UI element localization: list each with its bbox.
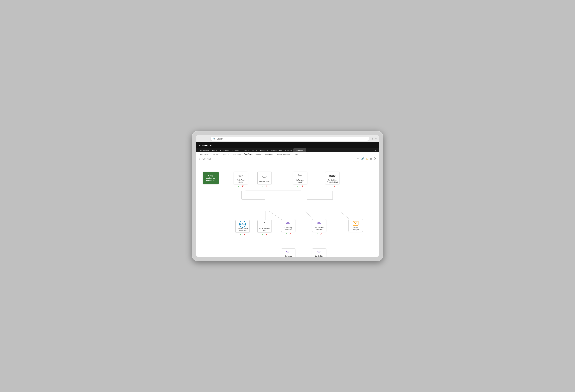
notify-it-label: Notify IT Manager xyxy=(350,227,362,231)
plan-title: [P2P] Plan xyxy=(201,158,211,160)
set-laptop-schedule-node[interactable]: ✏ Set Laptop Schedule ✓ ✗ xyxy=(281,219,295,235)
ds-no[interactable]: ✗ xyxy=(320,232,322,235)
pencil-desktop-cost-icon: ✏ xyxy=(316,249,322,255)
subnav-request-catalog[interactable]: Request Catalog ▾ xyxy=(276,153,292,156)
address-input[interactable] xyxy=(217,138,367,140)
nav-locations[interactable]: Locations xyxy=(259,148,269,152)
laptop-yes[interactable]: ✓ xyxy=(262,185,264,187)
is-desktop-checks: ✓ ✗ xyxy=(297,185,303,187)
set-laptop-schedule-label: Set Laptop Schedule xyxy=(282,227,294,231)
warning-icon[interactable]: ⚠ xyxy=(366,157,368,160)
laptop-no[interactable]: ✗ xyxy=(266,185,267,187)
screen: ← → 🔍 ⬇ ≡ comnitza Dashboard Assets Acce… xyxy=(196,136,379,256)
address-bar: 🔍 xyxy=(210,137,369,141)
history-icon[interactable]: ⏱ xyxy=(374,157,376,160)
top-nav: Dashboard Assets Accessories Software Co… xyxy=(196,148,379,152)
mail-icon xyxy=(352,220,359,226)
subnav-workflows[interactable]: Workflows xyxy=(242,152,254,156)
sn-yes[interactable]: ✓ xyxy=(329,185,331,187)
ls-yes[interactable]: ✓ xyxy=(285,232,287,235)
workflow-area: ‹ [P2P] Plan ✏ 🔗 ⚠ ▦ ⏱ xyxy=(196,156,379,256)
subnav-general[interactable]: General ▾ xyxy=(212,153,221,156)
toolbar-actions: ✏ 🔗 ⚠ ▦ ⏱ xyxy=(357,157,376,160)
nav-activities[interactable]: Activities xyxy=(284,148,293,152)
servicenow-node[interactable]: now ServiceNow Create Incident ✓ ✗ xyxy=(325,172,339,187)
is-desktop-icon xyxy=(297,173,303,179)
browser-chrome: ← → 🔍 ⬇ ≡ xyxy=(196,136,379,142)
subnav-security[interactable]: Security ▾ xyxy=(254,153,264,156)
back-button[interactable]: ← xyxy=(198,137,203,140)
nav-assets[interactable]: Assets xyxy=(210,148,218,152)
desktop-no[interactable]: ✗ xyxy=(301,185,303,187)
start-label: Newly configured endpoint... xyxy=(204,175,217,182)
menu-button[interactable]: ≡ xyxy=(375,137,377,140)
download-button[interactable]: ⬇ xyxy=(371,137,373,140)
subnav-migrations[interactable]: Migrations ▾ xyxy=(264,153,276,156)
notify-it-node[interactable]: Notify IT Manager xyxy=(348,219,363,232)
verify-asset-label: Verify Asset Config xyxy=(235,179,247,183)
set-desktop-cost-node[interactable]: ✏ Set desktop replacement cost ✓ ✗ xyxy=(312,249,326,256)
is-desktop-node[interactable]: Is Desktop Asset? ✓ ✗ xyxy=(293,172,307,187)
pencil-laptop-icon: ✏ xyxy=(285,220,291,226)
ls-no[interactable]: ✗ xyxy=(289,232,291,235)
verify-yes[interactable]: ✓ xyxy=(238,185,240,187)
pencil-laptop-cost-icon: ✏ xyxy=(285,249,291,255)
subnav-data-model[interactable]: Data model xyxy=(231,153,242,156)
servicenow-icon: now xyxy=(329,173,335,179)
nav-dashboard[interactable]: Dashboard xyxy=(199,148,210,152)
verify-no[interactable]: ✗ xyxy=(242,185,244,187)
verify-asset-node[interactable]: Verify Asset Config ✓ ✗ xyxy=(234,172,248,187)
desktop-sched-checks: ✓ ✗ xyxy=(316,232,322,235)
servicenow-label: ServiceNow Create Incident xyxy=(326,179,338,183)
help-icon[interactable]: ? xyxy=(375,149,376,152)
apple-no[interactable]: ✗ xyxy=(266,233,267,236)
waveform-icon xyxy=(238,173,244,179)
is-laptop-node[interactable]: Is Laptop Asset? ✓ ✗ xyxy=(257,172,272,187)
dell-no[interactable]: ✗ xyxy=(244,233,245,236)
subnav-objects[interactable]: Objects xyxy=(222,153,230,156)
apple-checks: ✓ ✗ xyxy=(262,233,267,236)
is-laptop-icon xyxy=(261,174,268,180)
subnav-integrations[interactable]: Integrations ▾ xyxy=(199,153,212,156)
nav-accessories[interactable]: Accessories xyxy=(218,148,230,152)
is-desktop-label: Is Desktop Asset? xyxy=(294,179,306,183)
edit-icon[interactable]: ✏ xyxy=(357,157,359,160)
app-logo[interactable]: comnitza xyxy=(199,143,212,147)
set-desktop-schedule-node[interactable]: ✏ Set Desktop Schedule ✓ ✗ xyxy=(312,219,326,235)
laptop-sched-checks: ✓ ✗ xyxy=(285,232,291,235)
is-laptop-checks: ✓ ✗ xyxy=(262,185,267,187)
app-header: comnitza xyxy=(196,142,379,148)
apple-warranty-node[interactable]:  Apple Warranty Info ✓ ✗ xyxy=(257,220,272,236)
verify-asset-checks: ✓ ✗ xyxy=(238,185,244,187)
nav-people[interactable]: People xyxy=(251,148,259,152)
search-icon: 🔍 xyxy=(213,138,216,140)
dell-checks: ✓ ✗ xyxy=(240,233,245,236)
set-laptop-cost-label: Set laptop replacement cost xyxy=(282,255,294,257)
ds-yes[interactable]: ✓ xyxy=(316,232,318,235)
apple-yes[interactable]: ✓ xyxy=(262,233,264,236)
link-icon[interactable]: 🔗 xyxy=(361,157,364,160)
sn-no[interactable]: ✗ xyxy=(334,185,335,187)
browser-actions: ⬇ ≡ xyxy=(371,137,377,140)
columns-icon[interactable]: ▦ xyxy=(370,157,372,160)
nav-contracts[interactable]: Contracts xyxy=(240,148,250,152)
dell-icon: DELL xyxy=(239,221,246,227)
apple-icon:  xyxy=(261,221,268,227)
is-laptop-label: Is Laptop Asset? xyxy=(259,180,270,183)
forward-button[interactable]: → xyxy=(204,137,209,140)
dell-yes[interactable]: ✓ xyxy=(240,233,241,236)
start-node[interactable]: Newly configured endpoint... xyxy=(203,172,219,184)
servicenow-checks: ✓ ✗ xyxy=(329,185,335,187)
dell-warranty-node[interactable]: DELL Dell Warranty & Device info ✓ ✗ xyxy=(235,220,250,236)
nav-request-portal[interactable]: Request Portal xyxy=(269,148,283,152)
workflow-canvas[interactable]: Newly configured endpoint... xyxy=(196,161,379,256)
apple-label: Apple Warranty Info xyxy=(259,228,270,231)
sub-nav: Integrations ▾ General ▾ Objects Data mo… xyxy=(196,152,379,156)
nav-software[interactable]: Software xyxy=(231,148,240,152)
subnav-store[interactable]: Store xyxy=(293,153,299,156)
workflow-back[interactable]: ‹ xyxy=(199,158,200,160)
pencil-desktop-icon: ✏ xyxy=(316,220,322,226)
desktop-yes[interactable]: ✓ xyxy=(297,185,299,187)
set-laptop-cost-node[interactable]: ✏ Set laptop replacement cost ✓ ✗ xyxy=(281,249,295,256)
nav-configuration[interactable]: Configuration xyxy=(293,148,306,152)
